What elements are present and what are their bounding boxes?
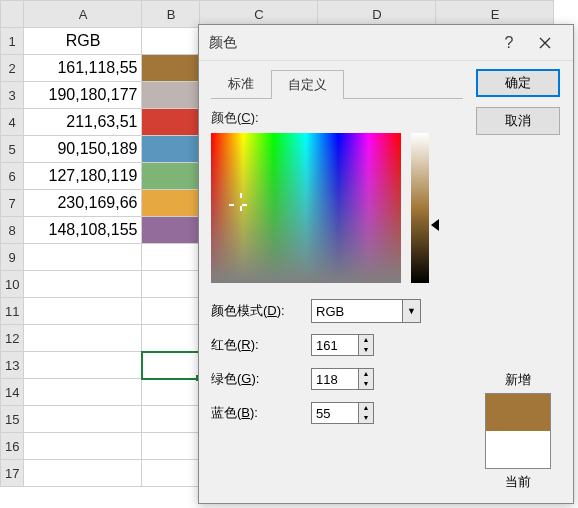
cell[interactable]: 148,108,155 <box>24 217 142 244</box>
green-spinner[interactable]: ▲▼ <box>358 368 374 390</box>
chevron-down-icon: ▼ <box>402 300 420 322</box>
chevron-up-icon: ▲ <box>359 369 373 379</box>
row-header[interactable]: 10 <box>1 271 24 298</box>
row-header[interactable]: 7 <box>1 190 24 217</box>
chevron-down-icon: ▼ <box>359 413 373 423</box>
current-color-swatch <box>486 431 550 468</box>
close-icon <box>539 37 551 49</box>
cell[interactable]: 230,169,66 <box>24 190 142 217</box>
row-header[interactable]: 1 <box>1 28 24 55</box>
blue-input[interactable]: 55 <box>311 402 359 424</box>
cell[interactable]: 161,118,55 <box>24 55 142 82</box>
color-swatch[interactable] <box>142 136 200 163</box>
current-color-label: 当前 <box>485 473 551 491</box>
tab-bar: 标准 自定义 <box>211 69 463 99</box>
color-mode-value: RGB <box>316 304 344 319</box>
color-swatch[interactable] <box>142 82 200 109</box>
color-swatch[interactable] <box>142 55 200 82</box>
row-header[interactable]: 12 <box>1 325 24 352</box>
tab-standard[interactable]: 标准 <box>211 69 271 98</box>
color-swatch[interactable] <box>142 217 200 244</box>
row-header[interactable]: 2 <box>1 55 24 82</box>
col-header-a[interactable]: A <box>24 1 142 28</box>
red-spinner[interactable]: ▲▼ <box>358 334 374 356</box>
color-mode-select[interactable]: RGB ▼ <box>311 299 421 323</box>
row-header[interactable]: 13 <box>1 352 24 379</box>
mode-label: 颜色模式(D): <box>211 302 311 320</box>
row-header[interactable]: 3 <box>1 82 24 109</box>
chevron-down-icon: ▼ <box>359 379 373 389</box>
cell[interactable]: 127,180,119 <box>24 163 142 190</box>
help-button[interactable]: ? <box>491 25 527 61</box>
color-preview <box>485 393 551 469</box>
row-header[interactable]: 8 <box>1 217 24 244</box>
blue-spinner[interactable]: ▲▼ <box>358 402 374 424</box>
row-header[interactable]: 9 <box>1 244 24 271</box>
cancel-button[interactable]: 取消 <box>476 107 560 135</box>
row-header[interactable]: 5 <box>1 136 24 163</box>
ok-button[interactable]: 确定 <box>476 69 560 97</box>
chevron-up-icon: ▲ <box>359 403 373 413</box>
cell-a1[interactable]: RGB <box>24 28 142 55</box>
green-input[interactable]: 118 <box>311 368 359 390</box>
select-all-cell[interactable] <box>1 1 24 28</box>
close-button[interactable] <box>527 25 563 61</box>
row-header[interactable]: 4 <box>1 109 24 136</box>
selected-cell[interactable] <box>142 352 200 379</box>
dialog-title: 颜色 <box>209 34 237 52</box>
new-color-label: 新增 <box>485 371 551 389</box>
color-gradient-picker[interactable] <box>211 133 401 283</box>
crosshair-icon <box>235 199 247 211</box>
row-header[interactable]: 14 <box>1 379 24 406</box>
color-label: 颜色(C): <box>211 109 463 127</box>
dialog-titlebar[interactable]: 颜色 ? <box>199 25 573 61</box>
chevron-down-icon: ▼ <box>359 345 373 355</box>
new-color-swatch <box>486 394 550 431</box>
red-input[interactable]: 161 <box>311 334 359 356</box>
row-header[interactable]: 16 <box>1 433 24 460</box>
cell[interactable]: 211,63,51 <box>24 109 142 136</box>
row-header[interactable]: 11 <box>1 298 24 325</box>
cell[interactable]: 90,150,189 <box>24 136 142 163</box>
color-swatch[interactable] <box>142 163 200 190</box>
cell-b1[interactable] <box>142 28 200 55</box>
color-swatch[interactable] <box>142 190 200 217</box>
row-header[interactable]: 17 <box>1 460 24 487</box>
row-header[interactable]: 6 <box>1 163 24 190</box>
color-swatch[interactable] <box>142 109 200 136</box>
blue-label: 蓝色(B): <box>211 404 311 422</box>
red-label: 红色(R): <box>211 336 311 354</box>
tab-custom[interactable]: 自定义 <box>271 70 344 99</box>
row-header[interactable]: 15 <box>1 406 24 433</box>
col-header-b[interactable]: B <box>142 1 200 28</box>
color-dialog: 颜色 ? 标准 自定义 颜色(C): <box>198 24 574 504</box>
green-label: 绿色(G): <box>211 370 311 388</box>
luminance-slider[interactable] <box>411 133 429 283</box>
luminance-arrow-icon <box>431 219 439 231</box>
cell[interactable]: 190,180,177 <box>24 82 142 109</box>
chevron-up-icon: ▲ <box>359 335 373 345</box>
